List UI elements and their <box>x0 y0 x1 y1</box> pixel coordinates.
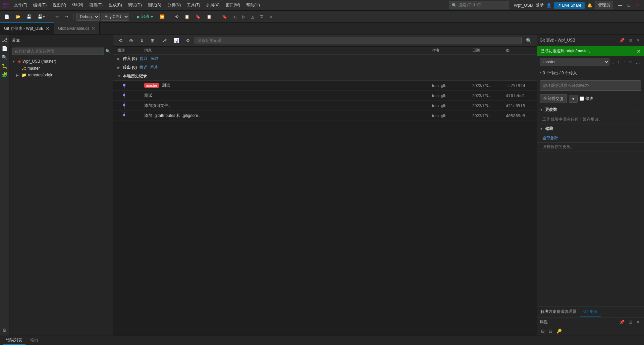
open-btn[interactable]: 📂 <box>13 13 23 20</box>
menu-project[interactable]: 项目(P) <box>87 1 105 9</box>
menu-extensions[interactable]: 扩展(X) <box>204 1 222 9</box>
menu-edit[interactable]: 编辑(E) <box>31 1 49 9</box>
menu-analyze[interactable]: 分析(N) <box>165 1 184 9</box>
pull-down-btn[interactable]: ↓ <box>611 59 616 65</box>
activity-settings[interactable]: ⚙ <box>1 326 9 334</box>
cpu-select[interactable]: Any CPU <box>101 13 129 21</box>
pull-btn[interactable]: ⇓ <box>138 37 146 45</box>
toolbar-btn-5[interactable]: ⟲ <box>173 13 181 20</box>
fetch-link[interactable]: 提取 <box>140 56 148 62</box>
prop-filter-btn[interactable]: 🔑 <box>555 328 563 334</box>
nav-prev-btn[interactable]: ◁ <box>231 13 238 20</box>
menu-view[interactable]: 视图(V) <box>50 1 69 9</box>
activity-git[interactable]: ⎇ <box>1 36 9 44</box>
tab-global-variable[interactable]: GlobalVariable.cs ✕ <box>54 22 100 34</box>
save-all-btn[interactable]: 💾+ <box>35 13 47 20</box>
tab-git-repo[interactable]: Git 存储库 - Wpf_USB ✕ <box>0 22 54 34</box>
properties-float-btn[interactable]: ⊡ <box>627 319 634 325</box>
tab-global-variable-close[interactable]: ✕ <box>91 26 95 31</box>
changes-section-header[interactable]: ▼ 更改数 … <box>537 105 644 115</box>
tab-git-changes[interactable]: Git 更改 <box>580 307 601 317</box>
activity-extensions[interactable]: 🧩 <box>1 71 9 79</box>
push-all-btn[interactable]: ⊞ <box>148 37 157 45</box>
branch-ops-btn[interactable]: ⎇ <box>159 37 169 45</box>
commit-row-3[interactable]: 添加 .gitattributes 和 .gitignore。 tom_glb … <box>113 111 537 121</box>
properties-pin-btn[interactable]: 📌 <box>618 319 626 325</box>
prop-sort-btn[interactable]: ⊟ <box>547 328 554 334</box>
menu-window[interactable]: 窗口(W) <box>223 1 243 9</box>
notification-close[interactable]: ✕ <box>637 49 641 54</box>
properties-close-btn[interactable]: ✕ <box>635 319 641 325</box>
push-link[interactable]: 推送 <box>140 65 148 70</box>
start-button[interactable]: ▶ 启动 ▼ <box>135 13 156 20</box>
commit-all-button[interactable]: 全部提交(I) <box>540 94 567 103</box>
changes-more-btn[interactable]: … <box>634 107 641 113</box>
pull-up-btn[interactable]: ↑ <box>616 59 621 65</box>
toolbar-btn-6[interactable]: 📋 <box>182 13 192 20</box>
minimize-button[interactable]: — <box>616 1 624 9</box>
toolbar-btn-7[interactable]: 🔖 <box>193 13 203 20</box>
commit-dropdown[interactable]: ▼ <box>569 95 578 103</box>
local-history-section[interactable]: ▼ 本地历史记录 <box>113 72 537 81</box>
new-file-btn[interactable]: 📄 <box>2 13 12 20</box>
amend-checkbox[interactable] <box>580 96 584 101</box>
close-button[interactable]: ✕ <box>634 1 641 9</box>
outgoing-section[interactable]: ▶ 传出 (0) 推送 同步 <box>113 63 537 72</box>
undo-btn[interactable]: ↩ <box>53 13 61 20</box>
pin-btn[interactable]: 📌 <box>618 37 626 44</box>
refresh-btn[interactable]: ⟲ <box>116 37 125 45</box>
tab-errors[interactable]: 错误列表 <box>3 336 25 345</box>
commit-message-input[interactable]: 输入提交消息 <Required> <box>540 80 641 91</box>
nav-up-btn[interactable]: △ <box>249 13 257 20</box>
tab-git-repo-close[interactable]: ✕ <box>46 26 50 31</box>
tab-output[interactable]: 输出 <box>27 336 42 345</box>
pull-link[interactable]: 拉取 <box>150 56 158 62</box>
save-btn[interactable]: 💾 <box>24 13 34 20</box>
menu-git[interactable]: Git(G) <box>69 1 86 9</box>
attach-btn[interactable]: ⏩ <box>157 13 167 20</box>
float-btn[interactable]: ⊡ <box>627 37 634 44</box>
search-box[interactable]: 🔍 搜索 (Ctrl+Q) <box>449 1 509 9</box>
tree-item-master[interactable]: ⎇ master <box>9 65 113 72</box>
live-share-button[interactable]: ↗ Live Share <box>554 2 585 9</box>
menu-debug[interactable]: 调试(D) <box>125 1 145 9</box>
fetch-all-btn[interactable]: ⊕ <box>127 37 136 45</box>
tree-item-repo[interactable]: ▼ ◈ Wpf_USB (master) <box>9 58 113 65</box>
push-btn[interactable]: ↑ <box>622 59 627 65</box>
menu-help[interactable]: 帮助(H) <box>244 1 263 9</box>
sync-link[interactable]: 同步 <box>150 65 158 70</box>
debug-config-select[interactable]: Debug <box>76 13 100 21</box>
manage-btn[interactable]: 📊 <box>171 37 181 45</box>
sync-btn[interactable]: ⟳ <box>627 59 634 65</box>
commit-row-0[interactable]: master 测试 tom_glb 2023/7/3... fc75f924 <box>113 81 537 91</box>
tree-item-remotes[interactable]: ▶ 📁 remotes/origin <box>9 72 113 78</box>
menu-tools[interactable]: 工具(T) <box>184 1 203 9</box>
branch-select[interactable]: master <box>540 58 609 66</box>
nav-next-btn[interactable]: ▷ <box>240 13 248 20</box>
prop-grid-btn[interactable]: ⊞ <box>540 328 546 334</box>
clear-btn[interactable]: ✕ <box>267 13 275 20</box>
redo-btn[interactable]: ↪ <box>62 13 70 20</box>
log-search-btn[interactable]: 🔍 <box>524 37 534 45</box>
more-btn[interactable]: … <box>634 59 641 65</box>
activity-search[interactable]: 🔍 <box>1 53 9 61</box>
maximize-button[interactable]: □ <box>626 1 632 9</box>
branch-search-input[interactable] <box>12 48 104 55</box>
login-label[interactable]: 登录 <box>536 2 544 8</box>
menu-file[interactable]: 文件(F) <box>11 1 30 9</box>
commit-row-2[interactable]: 添加项目文件。 tom_glb 2023/7/3... d21c05f5 <box>113 101 537 111</box>
activity-explorer[interactable]: 📄 <box>1 45 9 53</box>
nav-down-btn[interactable]: ▽ <box>258 13 266 20</box>
incoming-section[interactable]: ▶ 传入 (0) 提取 拉取 <box>113 55 537 63</box>
close-panel-btn[interactable]: ✕ <box>635 37 641 44</box>
log-filter-input[interactable] <box>195 37 522 44</box>
stash-section-header[interactable]: ▼ 储藏 <box>537 124 644 134</box>
commit-row-1[interactable]: 测试 tom_glb 2023/7/3... 470febd1 <box>113 91 537 101</box>
stash-delete-label[interactable]: 全部删除 <box>542 136 558 140</box>
bookmark-btn[interactable]: 🔖 <box>220 13 229 20</box>
tab-solution-explorer[interactable]: 解决方案资源管理器 <box>537 307 580 317</box>
toolbar-btn-8[interactable]: 📋 <box>204 13 214 20</box>
menu-test[interactable]: 测试(S) <box>145 1 164 9</box>
activity-debug[interactable]: 🐛 <box>1 62 9 70</box>
settings-btn[interactable]: ⚙ <box>183 37 193 45</box>
